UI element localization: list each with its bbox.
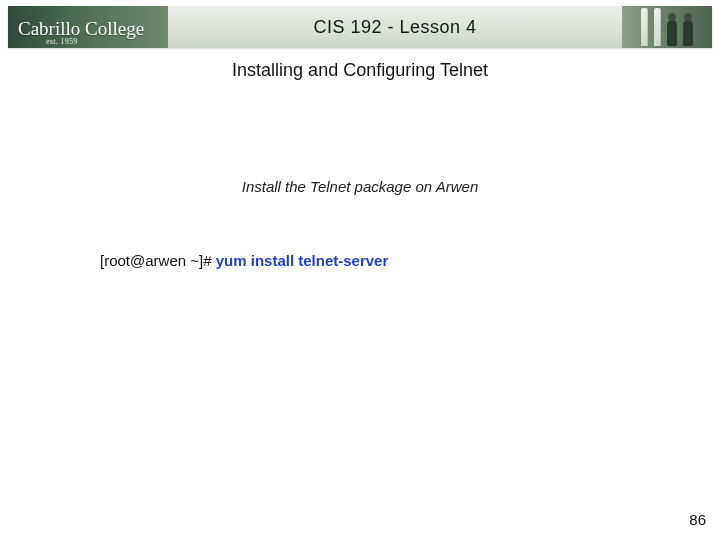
lesson-title: CIS 192 - Lesson 4 bbox=[313, 17, 476, 38]
slide: Cabrillo College est. 1959 CIS 192 - Les… bbox=[0, 0, 720, 540]
college-logo-script: Cabrillo College bbox=[18, 19, 144, 38]
pillar-icon bbox=[641, 8, 648, 46]
shell-command: yum install telnet-server bbox=[216, 252, 389, 269]
shell-prompt: [root@arwen ~]# bbox=[100, 252, 216, 269]
college-logo-est: est. 1959 bbox=[46, 37, 78, 46]
figure-icon bbox=[683, 20, 693, 46]
header-banner: Cabrillo College est. 1959 CIS 192 - Les… bbox=[8, 6, 712, 48]
logo-area: Cabrillo College est. 1959 bbox=[8, 6, 168, 48]
banner-title-area: CIS 192 - Lesson 4 bbox=[168, 6, 622, 48]
pillar-icon bbox=[654, 8, 661, 46]
banner-photo bbox=[622, 6, 712, 48]
figure-icon bbox=[667, 20, 677, 46]
slide-subtitle: Installing and Configuring Telnet bbox=[0, 60, 720, 81]
instruction-text: Install the Telnet package on Arwen bbox=[0, 178, 720, 195]
page-number: 86 bbox=[689, 511, 706, 528]
terminal-line: [root@arwen ~]# yum install telnet-serve… bbox=[100, 252, 388, 269]
